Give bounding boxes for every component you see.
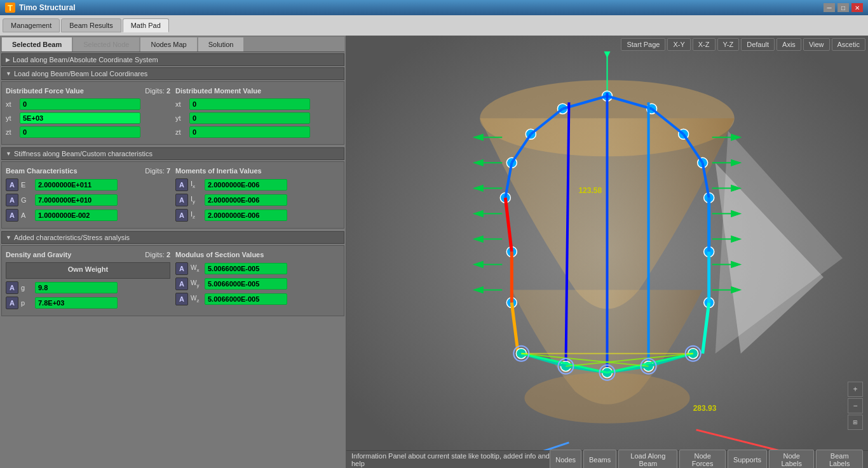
Ix-input[interactable] xyxy=(205,179,287,191)
Wy-label: Wy xyxy=(191,279,202,288)
moment-yt-input[interactable] xyxy=(189,112,310,124)
maximize-button[interactable]: □ xyxy=(837,3,849,12)
Ix-label: Ix xyxy=(191,180,202,189)
menu-tab-beam-results[interactable]: Beam Results xyxy=(61,18,121,32)
btn-default[interactable]: Default xyxy=(741,38,775,51)
bottom-toolbar: Nodes Beams Load Along Beam Node Forces … xyxy=(550,450,863,469)
menu-tab-math-pad[interactable]: Math Pad xyxy=(123,18,169,32)
modulus-section-col: Modulus of Section Values A Wx A Wy A xyxy=(175,250,340,312)
a-btn-E[interactable]: A xyxy=(6,178,18,191)
svg-text:283.93: 283.93 xyxy=(693,404,717,413)
Ix-row: A Ix xyxy=(175,178,340,191)
btn-view[interactable]: View xyxy=(803,38,830,51)
a-btn-G[interactable]: A xyxy=(6,194,18,206)
main-content: Selected Beam Selected Node Nodes Map So… xyxy=(0,36,868,468)
dist-moment-header: Distributed Moment Value xyxy=(175,86,340,96)
btn-yz[interactable]: Y-Z xyxy=(717,38,740,51)
section-title-local: Load along Beam/Beam Local Coordinares xyxy=(14,70,147,77)
a-btn-p[interactable]: A xyxy=(6,297,18,309)
Wy-input[interactable] xyxy=(205,278,287,290)
load-local-cols: Distributed Force Value Digits: 2 xt yt xyxy=(6,86,340,140)
a-btn-Iy[interactable]: A xyxy=(175,194,188,206)
E-input[interactable] xyxy=(35,179,118,191)
Wz-row: A Wz xyxy=(175,293,340,305)
moment-zt-label: zt xyxy=(175,128,187,136)
own-weight-title: Own Weight xyxy=(10,265,166,273)
beam-char-col: Beam Characteristics Digits: 7 A E A G xyxy=(6,166,170,224)
svg-text:123.58: 123.58 xyxy=(578,186,602,195)
force-yt-input[interactable] xyxy=(20,112,140,124)
btn-beams[interactable]: Beams xyxy=(583,450,616,469)
Iz-label: Iz xyxy=(191,210,202,220)
a-btn-A[interactable]: A xyxy=(6,209,18,222)
force-yt-row: yt xyxy=(6,112,170,124)
minimize-button[interactable]: ─ xyxy=(824,3,835,12)
a-btn-Wy[interactable]: A xyxy=(175,277,188,290)
btn-beam-labels[interactable]: Beam Labels xyxy=(816,450,863,469)
g-input[interactable] xyxy=(35,282,118,293)
force-xt-input[interactable] xyxy=(20,98,140,110)
force-zt-input[interactable] xyxy=(20,126,140,138)
btn-nodes[interactable]: Nodes xyxy=(550,450,581,469)
btn-axis[interactable]: Axis xyxy=(776,38,801,51)
btn-start-page[interactable]: Start Page xyxy=(621,38,665,51)
a-btn-Ix[interactable]: A xyxy=(175,178,188,191)
E-label: E xyxy=(21,181,32,189)
nav-zoom-in[interactable]: + xyxy=(848,382,863,397)
tab-selected-beam[interactable]: Selected Beam xyxy=(1,37,72,51)
Iz-input[interactable] xyxy=(205,210,287,221)
a-btn-Wx[interactable]: A xyxy=(175,262,188,275)
moment-zt-input[interactable] xyxy=(189,126,310,138)
btn-ascetic[interactable]: Ascetic xyxy=(832,38,865,51)
a-btn-g[interactable]: A xyxy=(6,281,18,294)
btn-xz[interactable]: X-Z xyxy=(693,38,715,51)
section-added-char[interactable]: ▼ Added characteristics/Stress analysis xyxy=(1,231,344,244)
app-icon: T xyxy=(5,3,15,13)
a-btn-Wz[interactable]: A xyxy=(175,293,188,305)
nav-cluster: + − ⊞ xyxy=(848,382,863,430)
Iy-input[interactable] xyxy=(205,194,287,206)
btn-supports[interactable]: Supports xyxy=(728,450,767,469)
Wx-input[interactable] xyxy=(205,263,287,274)
p-input[interactable] xyxy=(35,297,118,309)
force-zt-row: zt xyxy=(6,126,170,138)
tab-nodes-map[interactable]: Nodes Map xyxy=(140,37,197,51)
section-load-abs[interactable]: ▶ Load along Beam/Absolute Coordinate Sy… xyxy=(1,53,344,66)
btn-node-labels[interactable]: Node Labels xyxy=(769,450,814,469)
btn-node-forces[interactable]: Node Forces xyxy=(679,450,726,469)
force-xt-label: xt xyxy=(6,100,17,108)
viewport-3d[interactable]: Start Page X-Y X-Z Y-Z Default Axis View… xyxy=(346,36,868,468)
nav-expand[interactable]: ⊞ xyxy=(848,415,863,430)
section-title-added: Added characteristics/Stress analysis xyxy=(14,234,130,241)
Wz-label: Wz xyxy=(191,295,202,304)
Wz-input[interactable] xyxy=(205,293,287,305)
section-load-local[interactable]: ▼ Load along Beam/Beam Local Coordinares xyxy=(1,67,344,80)
a-btn-Iz[interactable]: A xyxy=(175,209,188,222)
force-zt-label: zt xyxy=(6,128,17,136)
moment-yt-label: yt xyxy=(175,114,187,122)
nav-zoom-out[interactable]: − xyxy=(848,398,863,413)
Wx-label: Wx xyxy=(191,264,202,273)
btn-xy[interactable]: X-Y xyxy=(667,38,690,51)
A-label: A xyxy=(21,211,32,219)
dist-force-header: Distributed Force Value Digits: 2 xyxy=(6,86,170,96)
window-controls: ─ □ ✕ xyxy=(824,3,863,12)
G-label: G xyxy=(21,196,32,204)
close-button[interactable]: ✕ xyxy=(851,3,863,12)
section-stiffness[interactable]: ▼ Stiffness along Beam/Custom characteri… xyxy=(1,147,344,160)
density-gravity-col: Density and Gravity Digits: 2 Own Weight… xyxy=(6,250,170,312)
G-input[interactable] xyxy=(35,194,118,206)
tab-solution[interactable]: Solution xyxy=(198,37,245,51)
section-arrow-added: ▼ xyxy=(6,234,11,241)
app-title: T Timo Structural xyxy=(5,3,75,13)
p-row: A p xyxy=(6,297,170,309)
moment-xt-label: xt xyxy=(175,100,187,108)
tab-selected-node: Selected Node xyxy=(72,37,140,51)
Wy-row: A Wy xyxy=(175,277,340,290)
menu-tab-management[interactable]: Management xyxy=(3,18,60,32)
status-bar: Information Panel about current state li… xyxy=(346,450,868,468)
section-content-added: Density and Gravity Digits: 2 Own Weight… xyxy=(1,245,344,316)
moment-xt-input[interactable] xyxy=(189,98,310,110)
A-input[interactable] xyxy=(35,210,118,221)
btn-load-along-beam[interactable]: Load Along Beam xyxy=(618,450,677,469)
